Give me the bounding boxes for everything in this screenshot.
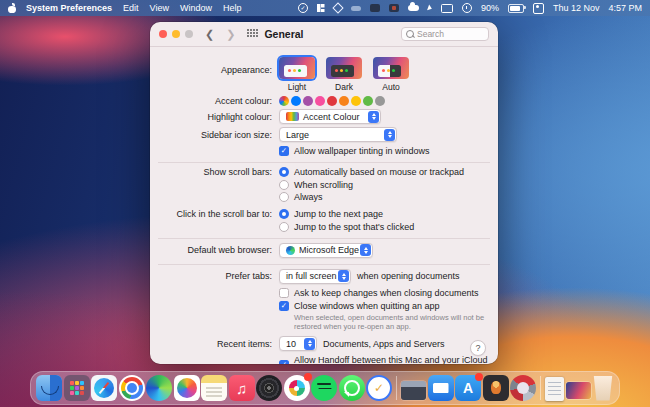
radio-icon[interactable] xyxy=(279,192,289,202)
whatsapp-icon[interactable] xyxy=(339,375,365,401)
checkbox-icon[interactable] xyxy=(279,288,289,298)
accent-dot-blue[interactable] xyxy=(291,96,301,106)
pinwheel-app-icon[interactable] xyxy=(510,375,536,401)
ask-changes-checkbox-row[interactable]: Ask to keep changes when closing documen… xyxy=(279,288,479,298)
browser-dropdown[interactable]: Microsoft Edge xyxy=(279,243,373,258)
todo-icon[interactable]: ✓ xyxy=(366,375,392,401)
clock-icon[interactable] xyxy=(462,3,472,13)
checkbox-checked-icon[interactable]: ✓ xyxy=(279,360,289,364)
stepper-icon xyxy=(368,111,379,123)
launchpad-icon[interactable] xyxy=(64,375,90,401)
appearance-thumb-dark[interactable] xyxy=(326,57,362,79)
recent-items-suffix: Documents, Apps and Servers xyxy=(323,339,445,349)
highlight-dropdown[interactable]: Accent Colour xyxy=(279,109,381,124)
fast-user-switch-icon[interactable] xyxy=(533,3,544,14)
photos-icon[interactable] xyxy=(174,375,200,401)
tinting-checkbox-row[interactable]: ✓ Allow wallpaper tinting in windows xyxy=(279,146,430,156)
display-icon[interactable] xyxy=(441,4,453,13)
diamond-icon[interactable] xyxy=(332,2,343,13)
sidebar-size-dropdown[interactable]: Large xyxy=(279,127,397,142)
mail-icon[interactable] xyxy=(428,375,454,401)
camera-dark-icon[interactable] xyxy=(389,4,399,12)
spotify-icon[interactable] xyxy=(311,375,337,401)
back-button[interactable]: ❮ xyxy=(205,28,214,41)
close-windows-checkbox-row[interactable]: ✓ Close windows when quitting an app xyxy=(279,301,440,311)
apple-menu-icon[interactable] xyxy=(8,4,16,13)
close-windows-note: When selected, open documents and window… xyxy=(294,313,498,333)
arcade-app-icon[interactable] xyxy=(483,375,509,401)
accent-dot-orange[interactable] xyxy=(339,96,349,106)
minimized-window-2-icon[interactable] xyxy=(566,382,591,399)
display-dark-icon[interactable] xyxy=(370,4,380,12)
scrollbars-option-always[interactable]: Always xyxy=(279,192,464,202)
app-store-icon[interactable]: A xyxy=(455,375,481,401)
notes-icon[interactable] xyxy=(201,375,227,401)
show-all-icon[interactable] xyxy=(247,29,257,39)
radio-icon[interactable] xyxy=(279,222,289,232)
appearance-thumb-light[interactable] xyxy=(279,57,315,79)
accent-dot-purple[interactable] xyxy=(303,96,313,106)
radio-icon[interactable] xyxy=(279,180,289,190)
menu-date[interactable]: Thu 12 Nov xyxy=(553,3,600,13)
scrollclick-option-spot[interactable]: Jump to the spot that's clicked xyxy=(279,222,414,232)
handoff-checkbox-row[interactable]: ✓ Allow Handoff between this Mac and you… xyxy=(279,355,498,364)
highlight-swatch-icon xyxy=(286,112,299,121)
chrome-icon[interactable] xyxy=(119,375,145,401)
menu-help[interactable]: Help xyxy=(223,3,242,13)
window-title: General xyxy=(264,28,303,40)
minimize-button[interactable] xyxy=(172,30,180,38)
accent-dot-graphite[interactable] xyxy=(375,96,385,106)
scrollbars-option-scrolling[interactable]: When scrolling xyxy=(279,180,464,190)
edge-icon[interactable] xyxy=(146,375,172,401)
search-input[interactable] xyxy=(417,29,477,39)
disc-app-icon[interactable] xyxy=(256,375,282,401)
appearance-option-dark[interactable]: Dark xyxy=(326,57,362,92)
prefer-tabs-dropdown[interactable]: in full screen xyxy=(279,269,351,284)
stepper-icon xyxy=(360,244,371,256)
trash-icon[interactable] xyxy=(592,376,614,401)
divider xyxy=(158,264,490,265)
radio-selected-icon[interactable] xyxy=(279,209,289,219)
window-titlebar: ❮ ❯ General xyxy=(150,22,498,47)
menu-view[interactable]: View xyxy=(150,3,169,13)
cursor-icon[interactable] xyxy=(427,4,433,11)
safari-icon[interactable] xyxy=(91,375,117,401)
appearance-label: Appearance: xyxy=(158,57,272,75)
general-pane: Appearance: Light Dark Auto Accent colou… xyxy=(150,47,498,364)
accent-dot-pink[interactable] xyxy=(315,96,325,106)
appearance-option-auto[interactable]: Auto xyxy=(373,57,409,92)
checkbox-checked-icon[interactable]: ✓ xyxy=(279,146,289,156)
checkbox-checked-icon[interactable]: ✓ xyxy=(279,301,289,311)
cloud-dim-icon[interactable] xyxy=(351,6,361,11)
finder-icon[interactable] xyxy=(36,375,62,401)
menu-time[interactable]: 4:57 PM xyxy=(608,3,642,13)
check-circle-icon[interactable]: ✓ xyxy=(298,3,308,13)
window-tiles-icon[interactable] xyxy=(317,4,325,12)
menu-app-name[interactable]: System Preferences xyxy=(26,3,112,13)
menu-edit[interactable]: Edit xyxy=(123,3,139,13)
stepper-icon xyxy=(384,129,395,141)
cloud-icon[interactable] xyxy=(408,5,419,11)
music-icon[interactable]: ♫ xyxy=(229,375,255,401)
appearance-thumb-auto[interactable] xyxy=(373,57,409,79)
document-icon[interactable] xyxy=(545,377,564,401)
scrollbars-option-auto[interactable]: Automatically based on mouse or trackpad xyxy=(279,167,464,177)
accent-dot-red[interactable] xyxy=(327,96,337,106)
browser-label: Default web browser: xyxy=(158,245,272,255)
radio-selected-icon[interactable] xyxy=(279,167,289,177)
search-field[interactable] xyxy=(401,27,489,41)
scrollclick-option-page[interactable]: Jump to the next page xyxy=(279,209,414,219)
accent-dot-multicolour[interactable] xyxy=(279,96,289,106)
accent-dot-green[interactable] xyxy=(363,96,373,106)
close-button[interactable] xyxy=(159,30,167,38)
help-button[interactable]: ? xyxy=(470,340,486,356)
menu-window[interactable]: Window xyxy=(180,3,212,13)
battery-icon[interactable] xyxy=(508,4,524,13)
recent-items-dropdown[interactable]: 10 xyxy=(279,336,317,351)
stepper-icon xyxy=(304,338,315,350)
slack-icon[interactable] xyxy=(284,375,310,401)
appearance-option-light[interactable]: Light xyxy=(279,57,315,92)
minimized-window-icon[interactable] xyxy=(401,381,426,400)
accent-dot-yellow[interactable] xyxy=(351,96,361,106)
scroll-bars-label: Show scroll bars: xyxy=(158,167,272,177)
